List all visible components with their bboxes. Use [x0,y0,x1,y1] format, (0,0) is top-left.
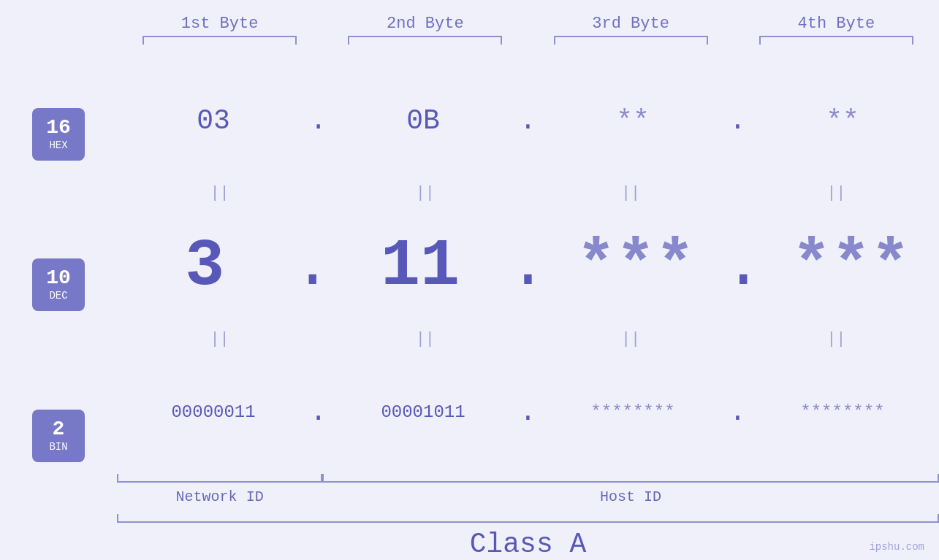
equals-6: || [322,329,528,350]
class-label: Class A [470,529,587,560]
bin-dot-1: . [310,396,327,428]
hex-value-3: ** [616,105,650,137]
bottom-brackets [117,474,939,483]
dec-value-2: 11 [381,229,460,304]
bin-dot-2: . [520,396,536,428]
dec-dot-3: . [723,229,763,304]
hex-dot-3: . [729,105,746,137]
equals-row-2: || || || || [117,329,939,350]
hex-cell-1: 03 [117,105,310,137]
equals-4: || [734,183,939,204]
byte-label-2: 2nd Byte [322,15,528,33]
content-area: 16 HEX 10 DEC 2 BIN 03 . 0B [0,59,939,511]
dec-badge-number: 10 [46,268,71,288]
dec-cell-1: 3 [117,229,293,304]
equals-8: || [734,329,939,350]
watermark: ipshu.com [869,541,924,553]
top-brackets [0,36,939,45]
bin-cell-3: ******** [536,402,729,422]
dec-badge-label: DEC [49,290,67,302]
bin-cell-2: 00001011 [327,402,520,422]
equals-row-1: || || || || [117,183,939,204]
bin-value-3: ******** [590,402,674,422]
dec-value-3: *** [577,229,695,304]
bottom-labels: Network ID Host ID [117,483,939,511]
class-label-row: Class A [0,529,939,560]
bin-value-1: 00000011 [171,402,255,422]
data-columns: 03 . 0B . ** . ** || || || || [117,59,939,511]
bin-value-4: ******** [800,402,884,422]
dec-badge: 10 DEC [32,258,85,311]
badges-column: 16 HEX 10 DEC 2 BIN [0,59,117,511]
hex-row: 03 . 0B . ** . ** [117,59,939,183]
dec-dot-1: . [293,229,332,304]
dec-value-1: 3 [185,229,224,304]
hex-badge-number: 16 [46,118,71,138]
bin-cell-4: ******** [746,402,939,422]
host-id-label: Host ID [322,483,939,511]
byte-label-1: 1st Byte [117,15,322,33]
network-bracket [117,474,322,483]
byte-label-3: 3rd Byte [528,15,734,33]
hex-badge-label: HEX [49,139,67,151]
bin-badge: 2 BIN [32,410,85,462]
bin-row: 00000011 . 00001011 . ******** . *******… [117,350,939,474]
bracket-2 [348,36,502,45]
main-container: 1st Byte 2nd Byte 3rd Byte 4th Byte 16 H… [0,0,939,560]
dec-dot-2: . [508,229,547,304]
bin-dot-3: . [729,396,746,428]
hex-cell-2: 0B [327,105,520,137]
hex-value-1: 03 [197,105,230,137]
equals-5: || [117,329,322,350]
equals-3: || [528,183,734,204]
equals-1: || [117,183,322,204]
hex-dot-1: . [310,105,327,137]
bracket-1 [142,36,297,45]
dec-cell-3: *** [548,229,724,304]
byte-labels-row: 1st Byte 2nd Byte 3rd Byte 4th Byte [0,15,939,33]
dec-value-4: *** [792,229,911,304]
bin-badge-number: 2 [53,419,65,440]
dec-cell-2: 11 [332,229,509,304]
byte-label-4: 4th Byte [734,15,939,33]
network-id-label: Network ID [117,483,322,511]
hex-dot-2: . [520,105,536,137]
hex-value-2: 0B [406,105,440,137]
bracket-3 [554,36,708,45]
dec-row: 3 . 11 . *** . *** [117,204,939,328]
hex-value-4: ** [826,105,859,137]
bin-cell-1: 00000011 [117,402,310,422]
bin-value-2: 00001011 [381,402,465,422]
dec-cell-4: *** [763,229,939,304]
bin-badge-label: BIN [49,441,67,453]
hex-cell-3: ** [536,105,729,137]
bracket-4 [759,36,913,45]
host-bracket [322,474,939,483]
equals-7: || [528,329,734,350]
class-bracket [117,514,939,523]
equals-2: || [322,183,528,204]
hex-badge: 16 HEX [32,108,85,161]
hex-cell-4: ** [746,105,939,137]
